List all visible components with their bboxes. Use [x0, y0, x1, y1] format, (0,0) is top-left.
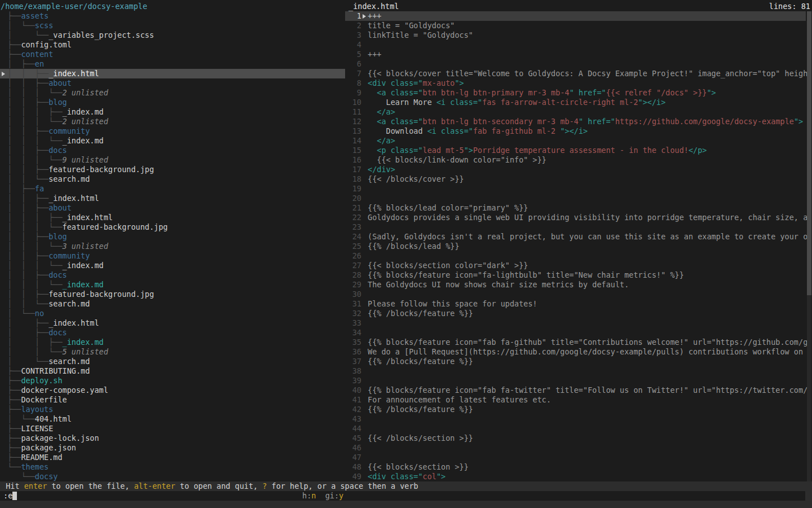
tree-row-file[interactable]: │ │ │ └──_index.md [0, 136, 345, 146]
tree-entry-name: no [35, 309, 44, 318]
tree-row-dir[interactable]: │ └──scss [0, 21, 345, 30]
tree-entry-name: 5 unlisted [63, 347, 108, 356]
tree-row-file[interactable]: ├──docker-compose.yaml [0, 386, 345, 395]
tree-row-file[interactable]: │ └──search.md [0, 357, 345, 366]
tree-row-file[interactable]: ├──deploy.sh [0, 376, 345, 386]
line-number: 17 [345, 165, 361, 174]
tree-row-dir[interactable]: │ │ ├──blog [0, 98, 345, 107]
tree-row-file[interactable]: │ │ │ └──featured-background.jpg [0, 222, 345, 232]
tree-row-dir[interactable]: │ ├──en [0, 59, 345, 69]
tree-entry-name: featured-background.jpg [48, 290, 154, 299]
tree-row-dir[interactable]: ├──layouts [0, 405, 345, 414]
line-number: 4 [345, 40, 361, 50]
tree-row-dir[interactable]: │ │ ├──about [0, 78, 345, 88]
tree-row-dir[interactable]: │ │ ├──community [0, 126, 345, 136]
tree-entry-name: Dockerfile [21, 395, 67, 404]
tree-branch-lines: ├── [7, 40, 21, 49]
tree-row-file[interactable]: ├──package.json [0, 443, 345, 453]
preview-scrollbar[interactable] [807, 11, 811, 481]
tree-row-file[interactable]: │ │ ├──_index.md [0, 338, 345, 347]
tree-row-dir[interactable]: │ │ ├──docs [0, 270, 345, 280]
tree-entry-name: _index.md [63, 107, 104, 116]
tree-entry-name: about [48, 203, 72, 212]
tree-row-dir[interactable]: └──themes [0, 462, 345, 472]
code-span: btn btn-lg btn-secondary mr-3 mb-4 [423, 117, 579, 126]
line-number: 27 [345, 261, 361, 270]
tree-row-file[interactable]: │ │ │ └──2 unlisted [0, 117, 345, 126]
code-span: Please follow this space for updates! [368, 299, 537, 308]
tree-row-file[interactable]: │ │ ├──featured-background.jpg [0, 165, 345, 174]
preview-selection-arrow-icon [363, 14, 366, 19]
line-number: 8 [345, 78, 361, 88]
tree-row-file[interactable]: │ │ │ └──9 unlisted [0, 155, 345, 165]
code-span: {{< blocks/cover title="Welcome to Goldy… [368, 69, 807, 78]
line-number: 44 [345, 424, 361, 433]
line-number: 3 [345, 30, 361, 40]
code-span: </p> [689, 146, 707, 155]
tree-row-file[interactable]: ├──Dockerfile [0, 395, 345, 405]
tree-entry-name: search.md [48, 357, 90, 366]
tree-row-file[interactable]: ├──README.md [0, 453, 345, 462]
tree-row-file[interactable]: │ └──_variables_project.scss [0, 30, 345, 40]
tree-row-file[interactable]: │ │ │ └──_index.md [0, 261, 345, 270]
tree-row-file[interactable]: │ │ │ ├──_index.html [0, 213, 345, 222]
tree-branch-lines: │ └── [7, 21, 35, 30]
tree-row-file[interactable]: │ ├──_index.html [0, 318, 345, 328]
code-span: <div class=" [368, 472, 423, 481]
line-number: 42 [345, 405, 361, 414]
tree-row-file[interactable]: │ │ │ └──3 unlisted [0, 242, 345, 251]
tree-row-file[interactable]: │ └──404.html [0, 414, 345, 424]
code-line: 2title = "Goldydocs" [345, 21, 812, 30]
tree-row-dir[interactable]: ├──content [0, 50, 345, 59]
line-number: 40 [345, 386, 361, 395]
preview-lines-count: lines: 81 [769, 2, 810, 11]
tree-branch-lines: │ │ ├── [7, 78, 48, 87]
line-number: 21 [345, 203, 361, 213]
tree-row-file[interactable]: │ │ │ └──_index.md [0, 280, 345, 290]
root-path[interactable]: /home/example-user/docsy-example [1, 2, 346, 11]
code-span: {{< blocks/link-down color="info" >}} [368, 155, 546, 164]
code-span: <p class=" [368, 146, 423, 155]
tree-row-file[interactable]: │ │ ├──_index.html [0, 194, 345, 203]
preview-header: _index.htmllines: 81 [345, 2, 812, 11]
tree-row-file[interactable]: ├──package-lock.json [0, 433, 345, 443]
tree-row-dir[interactable]: │ │ ├──docs [0, 146, 345, 155]
tree-branch-lines: │ │ ├── [7, 165, 48, 174]
code-span: <div class=" [368, 78, 423, 87]
tree-row-dir[interactable]: │ │ ├──blog [0, 232, 345, 242]
tree-row-file[interactable]: │ │ ├──_index.html [0, 69, 345, 78]
tree-row-dir[interactable]: │ │ ├──about [0, 203, 345, 213]
tree-row-dir[interactable]: │ ├──fa [0, 184, 345, 194]
tree-branch-lines: │ │ │ └── [7, 136, 63, 145]
tree-row-dir[interactable]: │ ├──docs [0, 328, 345, 338]
tree-row-dir[interactable]: │ └──no [0, 309, 345, 318]
tree-row-file[interactable]: ├──config.toml [0, 40, 345, 50]
tree-branch-lines: │ ├── [7, 318, 48, 327]
code-span: {{% /blocks/feature %}} [368, 357, 473, 366]
tree-entry-name: _index.html [48, 194, 99, 203]
status-segment: enter [24, 481, 47, 491]
tree-row-file[interactable]: │ │ │ └──2 unlisted [0, 88, 345, 98]
tree-row-file[interactable]: ├──CONTRIBUTING.md [0, 366, 345, 376]
tree-row-file[interactable]: │ │ └──search.md [0, 174, 345, 184]
tree-branch-lines: │ │ │ └── [7, 261, 63, 270]
tree-branch-lines: │ │ │ └── [7, 155, 63, 164]
line-number: 22 [345, 213, 361, 222]
tree-row-dir[interactable]: └──docsy [0, 472, 345, 481]
preview-scrollbar-thumb[interactable] [807, 11, 811, 295]
status-segment: to open the file, [47, 481, 134, 491]
tree-entry-name: featured-background.jpg [48, 165, 154, 174]
tree-branch-lines: ├── [7, 386, 21, 395]
tree-row-file[interactable]: │ │ │ ├──_index.md [0, 107, 345, 117]
tree-row-file[interactable]: ├──LICENSE [0, 424, 345, 433]
tree-row-file[interactable]: │ │ └──search.md [0, 299, 345, 309]
command-input[interactable]: :e [0, 491, 805, 501]
code-span: "> [454, 78, 464, 87]
tree-row-file[interactable]: │ │ └──5 unlisted [0, 347, 345, 357]
code-span: linkTitle = "Goldydocs" [368, 30, 473, 40]
tree-entry-name: search.md [48, 299, 90, 308]
tree-row-dir[interactable]: ├──assets [0, 11, 345, 21]
tree-row-dir[interactable]: │ │ ├──community [0, 251, 345, 261]
tree-branch-lines: │ │ ├── [7, 203, 48, 212]
tree-row-file[interactable]: │ │ ├──featured-background.jpg [0, 290, 345, 299]
